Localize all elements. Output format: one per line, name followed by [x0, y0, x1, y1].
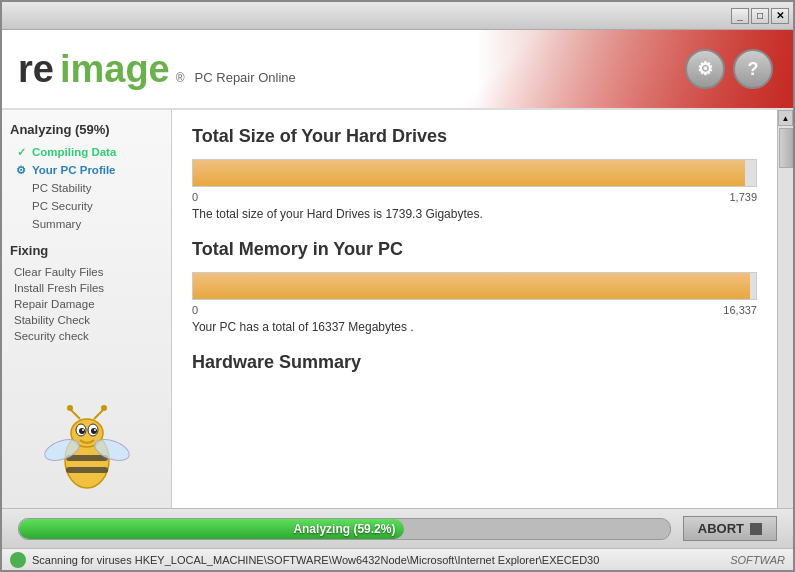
progress-label: Analyzing (59.2%)	[293, 522, 395, 536]
memory-desc: Your PC has a total of 16337 Megabytes .	[192, 320, 757, 334]
softwar-logo: SOFTWAR	[730, 554, 785, 566]
main-window: _ □ ✕ reimage® PC Repair Online ⚙ ? Anal…	[0, 0, 795, 572]
sidebar-item-stability[interactable]: PC Stability	[10, 179, 163, 197]
sidebar-item-profile[interactable]: ⚙ Your PC Profile	[10, 161, 163, 179]
close-button[interactable]: ✕	[771, 8, 789, 24]
summary-icon	[14, 217, 28, 231]
repair-damage-label: Repair Damage	[14, 298, 95, 310]
stability-check-label: Stability Check	[14, 314, 90, 326]
checkmark-icon: ✓	[14, 145, 28, 159]
maximize-button[interactable]: □	[751, 8, 769, 24]
svg-point-11	[67, 405, 73, 411]
sidebar-mascot-area	[2, 388, 171, 508]
sidebar-item-security-check[interactable]: Security check	[10, 328, 163, 344]
content-panel: Total Size of Your Hard Drives 0 1,739 T…	[172, 110, 777, 508]
status-bar: Scanning for viruses HKEY_LOCAL_MACHINE\…	[2, 548, 793, 570]
sidebar-item-security-label: PC Security	[32, 200, 93, 212]
hard-drive-desc: The total size of your Hard Drives is 17…	[192, 207, 757, 221]
hard-drive-max: 1,739	[729, 191, 757, 203]
header: reimage® PC Repair Online ⚙ ?	[2, 30, 793, 110]
bee-mascot	[42, 395, 132, 508]
logo-area: reimage® PC Repair Online	[18, 48, 296, 91]
clear-faulty-label: Clear Faulty Files	[14, 266, 103, 278]
sidebar-item-summary[interactable]: Summary	[10, 215, 163, 233]
memory-min: 0	[192, 304, 198, 316]
sidebar-item-install-fresh[interactable]: Install Fresh Files	[10, 280, 163, 296]
sidebar: Analyzing (59%) ✓ Compiling Data ⚙ Your …	[2, 110, 172, 508]
install-fresh-label: Install Fresh Files	[14, 282, 104, 294]
hardware-summary-title: Hardware Summary	[192, 352, 757, 373]
abort-label: ABORT	[698, 521, 744, 536]
hard-drive-labels: 0 1,739	[192, 191, 757, 203]
status-indicator-icon	[10, 552, 26, 568]
minimize-button[interactable]: _	[731, 8, 749, 24]
fixing-title: Fixing	[10, 243, 163, 258]
memory-title: Total Memory in Your PC	[192, 239, 757, 260]
memory-labels: 0 16,337	[192, 304, 757, 316]
hard-drive-min: 0	[192, 191, 198, 203]
scrollbar-up[interactable]: ▲	[778, 110, 793, 126]
logo-subtitle: PC Repair Online	[195, 70, 296, 85]
svg-point-9	[94, 429, 96, 431]
abort-square-icon	[750, 523, 762, 535]
sidebar-item-repair-damage[interactable]: Repair Damage	[10, 296, 163, 312]
svg-point-6	[79, 428, 85, 434]
sidebar-item-profile-label: Your PC Profile	[32, 164, 116, 176]
title-bar-buttons: _ □ ✕	[731, 8, 789, 24]
status-text: Scanning for viruses HKEY_LOCAL_MACHINE\…	[32, 554, 599, 566]
svg-rect-2	[66, 467, 108, 473]
settings-icon-button[interactable]: ⚙	[685, 49, 725, 89]
security-icon	[14, 199, 28, 213]
logo-re: re	[18, 48, 54, 91]
svg-point-13	[101, 405, 107, 411]
stability-icon	[14, 181, 28, 195]
hard-drive-title: Total Size of Your Hard Drives	[192, 126, 757, 147]
security-check-label: Security check	[14, 330, 89, 342]
svg-point-8	[82, 429, 84, 431]
analyzing-title: Analyzing (59%)	[10, 122, 163, 137]
sidebar-item-stability-check[interactable]: Stability Check	[10, 312, 163, 328]
logo-registered: ®	[176, 71, 185, 85]
bottom-bar: Analyzing (59.2%) ABORT	[2, 508, 793, 548]
sidebar-item-clear-faulty[interactable]: Clear Faulty Files	[10, 264, 163, 280]
sidebar-item-stability-label: PC Stability	[32, 182, 91, 194]
progress-bar-container: Analyzing (59.2%)	[18, 518, 671, 540]
title-bar: _ □ ✕	[2, 2, 793, 30]
svg-point-7	[91, 428, 97, 434]
help-icon-button[interactable]: ?	[733, 49, 773, 89]
svg-rect-1	[66, 455, 108, 461]
logo-image: image	[60, 48, 170, 91]
abort-button[interactable]: ABORT	[683, 516, 777, 541]
header-icons: ⚙ ?	[685, 49, 773, 89]
sidebar-item-compiling[interactable]: ✓ Compiling Data	[10, 143, 163, 161]
memory-bar	[192, 272, 757, 300]
sidebar-item-summary-label: Summary	[32, 218, 81, 230]
sidebar-item-security[interactable]: PC Security	[10, 197, 163, 215]
hard-drive-bar	[192, 159, 757, 187]
sidebar-item-compiling-label: Compiling Data	[32, 146, 116, 158]
main-content: Analyzing (59%) ✓ Compiling Data ⚙ Your …	[2, 110, 793, 508]
scrollbar-thumb[interactable]	[779, 128, 793, 168]
gear-icon: ⚙	[14, 163, 28, 177]
memory-max: 16,337	[723, 304, 757, 316]
memory-bar-fill	[193, 273, 750, 299]
scrollbar[interactable]: ▲	[777, 110, 793, 508]
hard-drive-bar-fill	[193, 160, 745, 186]
